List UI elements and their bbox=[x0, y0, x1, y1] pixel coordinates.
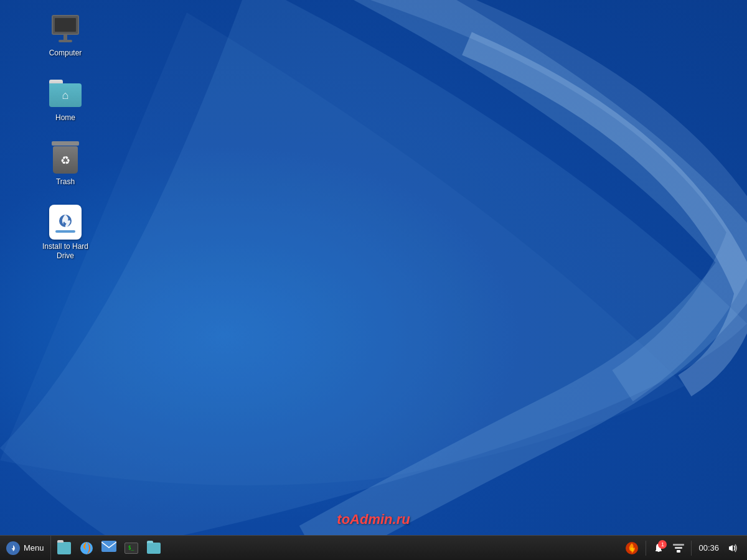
desktop-icon-computer[interactable]: Computer bbox=[37, 12, 93, 58]
volume-icon bbox=[728, 543, 739, 554]
desktop-icon-home[interactable]: ⌂ Home bbox=[37, 77, 93, 123]
taskbar-file-manager-btn[interactable] bbox=[54, 538, 75, 558]
folder-icon bbox=[147, 543, 161, 554]
tray-notifications[interactable]: 1 bbox=[650, 536, 667, 560]
taskbar-menu-button[interactable]: Menu bbox=[0, 536, 51, 560]
install-icon-label: Install to Hard Drive bbox=[42, 242, 88, 261]
taskbar-folder-btn[interactable] bbox=[143, 538, 164, 558]
desktop-icon-install[interactable]: Install to Hard Drive bbox=[37, 206, 93, 261]
install-icon bbox=[49, 206, 82, 238]
tray-separator-2 bbox=[691, 541, 692, 556]
tray-volume[interactable] bbox=[725, 536, 742, 560]
tray-separator-1 bbox=[646, 541, 646, 556]
flame-icon bbox=[625, 541, 639, 555]
svg-point-4 bbox=[80, 542, 93, 554]
menu-label-text: Menu bbox=[24, 543, 44, 553]
house-symbol: ⌂ bbox=[62, 89, 69, 102]
taskbar-system-tray: 1 00:36 bbox=[622, 536, 747, 560]
taskbar-firefox-btn[interactable] bbox=[76, 538, 97, 558]
network-icon bbox=[673, 543, 684, 554]
taskbar: Menu bbox=[0, 535, 747, 560]
notification-bell-wrap: 1 bbox=[653, 543, 664, 554]
svg-rect-5 bbox=[101, 541, 116, 552]
fedora-menu-icon bbox=[6, 541, 20, 555]
home-icon-label: Home bbox=[55, 113, 75, 123]
svg-rect-8 bbox=[655, 550, 662, 551]
file-manager-icon bbox=[57, 542, 71, 554]
svg-rect-10 bbox=[675, 547, 682, 549]
clock-time: 00:36 bbox=[698, 543, 719, 553]
taskbar-app-launchers: $_ bbox=[51, 536, 167, 560]
svg-rect-12 bbox=[729, 546, 730, 550]
desktop-swoosh bbox=[0, 0, 747, 560]
tray-clock[interactable]: 00:36 bbox=[695, 536, 722, 560]
home-folder-icon: ⌂ bbox=[49, 77, 82, 110]
folder-body-shape: ⌂ bbox=[49, 83, 82, 107]
taskbar-email-btn[interactable] bbox=[98, 538, 120, 558]
computer-icon bbox=[49, 12, 82, 45]
svg-rect-11 bbox=[673, 544, 684, 546]
fedora-install-svg bbox=[53, 210, 78, 235]
email-icon bbox=[101, 541, 116, 556]
tray-fedora-icon[interactable] bbox=[622, 536, 642, 560]
monitor-screen-shape bbox=[52, 15, 79, 35]
desktop: Computer ⌂ Home ♻ bbox=[0, 0, 747, 560]
desktop-icon-trash[interactable]: ♻ Trash bbox=[37, 141, 93, 187]
trash-body-shape: ♻ bbox=[53, 146, 78, 174]
svg-point-7 bbox=[630, 548, 634, 551]
firefox-icon bbox=[79, 541, 94, 556]
terminal-icon: $_ bbox=[125, 543, 138, 554]
monitor-base-shape bbox=[59, 40, 72, 42]
desktop-icons-container: Computer ⌂ Home ♻ bbox=[37, 12, 93, 261]
trash-lid-shape bbox=[52, 141, 79, 146]
notification-count: 1 bbox=[658, 540, 667, 549]
trash-icon-label: Trash bbox=[56, 177, 75, 187]
svg-rect-9 bbox=[677, 550, 680, 553]
taskbar-terminal-btn[interactable]: $_ bbox=[121, 538, 142, 558]
recycle-symbol: ♻ bbox=[60, 154, 70, 167]
monitor-stand-shape bbox=[63, 35, 67, 40]
svg-rect-2 bbox=[55, 230, 75, 233]
trash-icon: ♻ bbox=[49, 141, 82, 174]
computer-icon-label: Computer bbox=[49, 49, 82, 58]
tray-network[interactable] bbox=[670, 536, 687, 560]
